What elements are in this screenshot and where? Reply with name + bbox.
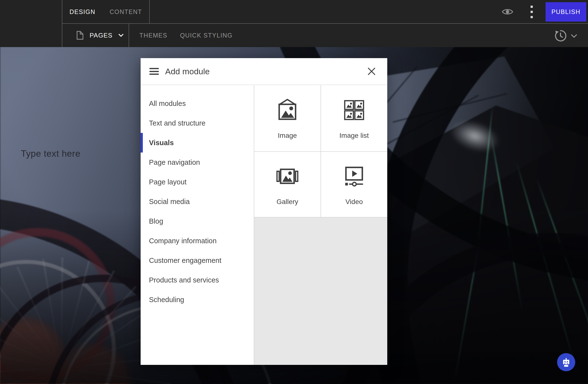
category-customer-engagement[interactable]: Customer engagement [141,250,254,270]
category-text-and-structure[interactable]: Text and structure [141,113,254,133]
more-options-button[interactable] [527,5,536,18]
category-products-and-services[interactable]: Products and services [141,270,254,290]
category-page-navigation[interactable]: Page navigation [141,153,254,172]
close-button[interactable] [367,66,377,76]
quick-styling-tab[interactable]: QUICK STYLING [176,23,236,47]
pages-menu[interactable]: PAGES [62,23,129,47]
tab-content[interactable]: CONTENT [110,8,142,16]
top-chrome: DESIGN CONTENT PUBLISH PAGES THEMES QUIC… [0,0,588,47]
eye-icon [502,8,513,16]
tile-label: Image [278,132,297,139]
chevron-down-icon [119,34,124,37]
module-tile-video[interactable]: Video [321,152,387,217]
empty-grid-area [254,217,387,365]
module-grid: Image [254,85,387,365]
dialog-header: Add module [141,58,387,85]
module-tile-image[interactable]: Image [254,85,320,151]
gallery-icon [274,163,301,190]
dialog-title: Add module [165,67,210,76]
preview-button[interactable] [501,6,514,18]
chevron-down-icon [571,34,577,38]
video-icon [341,163,367,190]
publish-button[interactable]: PUBLISH [546,2,586,21]
tab-design[interactable]: DESIGN [69,8,95,16]
module-tile-image-list[interactable]: Image list [321,85,387,151]
category-blog[interactable]: Blog [141,211,254,231]
image-list-icon [341,97,367,123]
pages-label: PAGES [90,32,113,39]
text-placeholder[interactable]: Type text here [21,149,81,159]
page-icon [76,31,84,40]
image-icon [274,97,301,123]
category-page-layout[interactable]: Page layout [141,172,254,192]
dialog-body: All modules Text and structure Visuals P… [141,85,387,365]
category-company-information[interactable]: Company information [141,231,254,250]
category-visuals[interactable]: Visuals [141,133,254,153]
history-button[interactable] [554,29,567,43]
history-icon [554,29,567,42]
editor-screen: Type text here DESIGN CONTENT PUBLISH PA… [0,0,588,384]
category-scheduling[interactable]: Scheduling [141,290,254,309]
history-dropdown-button[interactable] [570,33,578,39]
tile-label: Video [345,198,363,206]
assistant-button[interactable] [557,353,575,371]
robot-icon [561,357,571,367]
hamburger-icon[interactable] [149,68,159,75]
close-icon [367,67,376,76]
tile-label: Image list [339,132,369,139]
module-tile-gallery[interactable]: Gallery [254,152,320,217]
themes-tab[interactable]: THEMES [134,23,173,47]
tile-label: Gallery [276,198,298,206]
kebab-menu-icon [531,6,533,18]
add-module-dialog: Add module All modules Text and structur… [141,58,387,365]
mode-tabs: DESIGN CONTENT [62,0,149,23]
category-social-media[interactable]: Social media [141,192,254,211]
category-all-modules[interactable]: All modules [141,94,254,113]
module-category-list: All modules Text and structure Visuals P… [141,85,254,365]
